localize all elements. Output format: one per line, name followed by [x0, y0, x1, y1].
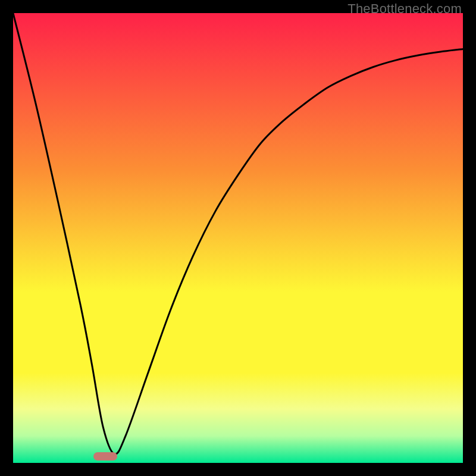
chart-area [13, 13, 463, 463]
optimal-marker [93, 452, 117, 461]
bottleneck-curve [13, 13, 463, 463]
